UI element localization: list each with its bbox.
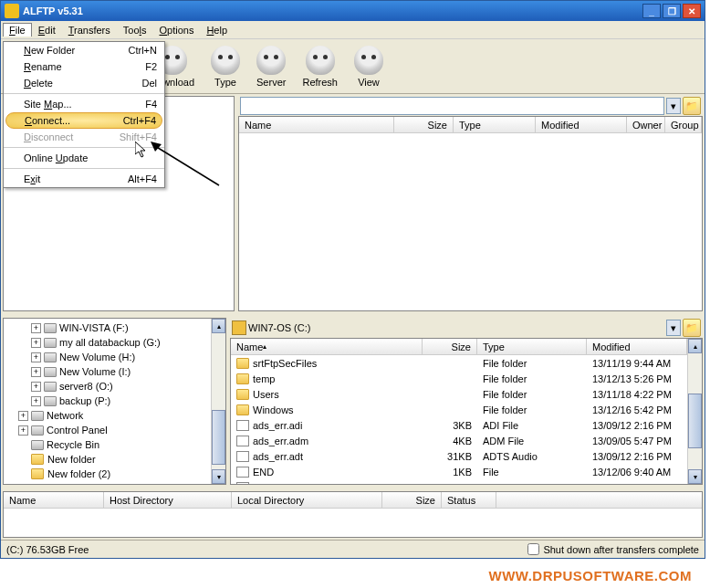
tree-expander[interactable]: + [31,367,41,377]
drv-icon [44,367,57,377]
column-status[interactable]: Status [442,492,496,508]
cpl-icon [31,425,44,436]
list-item[interactable]: ads_err.adi3KBADI File13/09/12 2:16 PM [231,417,687,433]
menu-file[interactable]: File New FolderCtrl+NRenameF2DeleteDelSi… [3,23,32,37]
transfer-queue[interactable]: NameHost DirectoryLocal DirectorySizeSta… [3,491,703,538]
list-item[interactable]: ndsvc.log25KBText Document13/12/17 9:43 … [231,479,687,484]
column-size[interactable]: Size [423,339,477,354]
tree-expander[interactable]: + [18,411,28,421]
toolbar-view[interactable]: View [354,46,383,88]
menu-item-exit[interactable]: ExitAlt+F4 [4,168,164,187]
tree-expander[interactable]: + [31,338,41,348]
column-hostdirectory[interactable]: Host Directory [104,492,232,508]
tree-item[interactable]: ftpserver3demo.zip [5,481,209,484]
local-up-button[interactable]: 📁 [683,319,701,337]
remote-address-bar: ▾ 📁 [238,96,703,116]
remote-path-combo[interactable] [240,97,664,115]
menu-bar: File New FolderCtrl+NRenameF2DeleteDelSi… [1,21,705,39]
column-size[interactable]: Size [382,492,442,508]
list-item[interactable]: END1KBFile13/12/06 9:40 AM [231,464,687,479]
column-name[interactable]: Name ▴ [231,339,423,354]
list-item[interactable]: ads_err.adm4KBADM File13/09/05 5:47 PM [231,433,687,448]
column-localdirectory[interactable]: Local Directory [232,492,382,508]
menu-item-newfolder[interactable]: New FolderCtrl+N [4,42,164,58]
restore-button[interactable]: ❐ [663,4,681,18]
remote-up-button[interactable]: 📁 [683,97,701,115]
toolbar-icon [306,46,335,75]
tree-item[interactable]: +server8 (O:) [5,379,209,394]
column-group[interactable]: Group [665,117,702,132]
list-item[interactable]: ads_err.adt31KBADTS Audio13/09/12 2:16 P… [231,448,687,464]
column-name[interactable]: Name [4,492,104,508]
scroll-up-button[interactable]: ▴ [688,339,702,353]
scroll-thumb[interactable] [688,394,702,448]
drv-icon [44,396,57,406]
tree-item[interactable]: New folder (2) [5,467,209,481]
folder-icon [236,389,249,400]
tree-item[interactable]: +WIN-VISTA (F:) [5,320,209,335]
remote-path-dropdown[interactable]: ▾ [666,98,681,114]
tree-expander[interactable]: + [31,323,41,333]
tree-item[interactable]: +New Volume (H:) [5,350,209,364]
tree-expander[interactable]: + [18,425,28,436]
list-item[interactable]: WindowsFile folder13/12/16 5:42 PM [231,402,687,417]
title-bar[interactable]: ALFTP v5.31 _ ❐ ✕ [1,1,705,21]
tree-item[interactable]: Recycle Bin [5,437,209,452]
tree-expander[interactable]: + [31,382,41,392]
list-item[interactable]: tempFile folder13/12/13 5:26 PM [231,371,687,386]
menu-item-rename[interactable]: RenameF2 [4,58,164,75]
menu-tools[interactable]: Tools [117,23,153,37]
status-bar: (C:) 76.53GB Free Shut down after transf… [1,540,705,558]
toolbar-refresh[interactable]: Refresh [302,46,338,88]
remote-file-list[interactable]: NameSizeTypeModifiedOwnerGroup [238,116,703,311]
column-type[interactable]: Type [454,117,536,132]
column-size[interactable]: Size [394,117,454,132]
local-path-dropdown[interactable]: ▾ [666,320,681,336]
minimize-button[interactable]: _ [642,4,661,18]
tree-item[interactable]: New folder [5,452,209,467]
menu-help[interactable]: Help [200,23,234,37]
list-item[interactable]: srtFtpSecFilesFile folder13/11/19 9:44 A… [231,355,687,371]
column-type[interactable]: Type [477,339,587,354]
tree-scrollbar[interactable]: ▴ ▾ [211,319,225,484]
menu-item-connect[interactable]: Connect...Ctrl+F4 [5,112,162,129]
tree-item[interactable]: +my all databackup (G:) [5,335,209,350]
tree-item[interactable]: +New Volume (I:) [5,364,209,379]
shutdown-check-input[interactable] [527,543,539,555]
column-modified[interactable]: Modified [536,117,627,132]
drv-icon [44,352,57,362]
file-icon [236,467,249,478]
tree-expander[interactable]: + [31,352,41,362]
app-icon [5,4,19,18]
tree-item[interactable]: +backup (P:) [5,394,209,408]
scroll-thumb[interactable] [212,410,225,465]
file-icon [236,451,249,462]
menu-transfers[interactable]: Transfers [62,23,117,37]
local-file-list[interactable]: Name ▴SizeTypeModified srtFtpSecFilesFil… [230,338,703,485]
menu-item-sitemap[interactable]: Site Map...F4 [4,93,164,112]
scroll-down-button[interactable]: ▾ [688,469,702,484]
scroll-down-button[interactable]: ▾ [212,469,225,484]
status-free-space: (C:) 76.53GB Free [6,544,527,555]
local-tree-pane[interactable]: +WIN-VISTA (F:)+my all databackup (G:)+N… [3,318,226,485]
tree-item[interactable]: +Control Panel [5,423,209,437]
toolbar-server[interactable]: Server [256,46,286,88]
mouse-cursor-icon [135,142,150,160]
menu-item-delete[interactable]: DeleteDel [4,75,164,91]
local-path: WIN7-OS (C:) [248,322,664,333]
shutdown-checkbox[interactable]: Shut down after transfers complete [527,543,699,555]
file-icon [236,482,249,485]
menu-options[interactable]: Options [152,23,200,37]
list-item[interactable]: UsersFile folder13/11/18 4:22 PM [231,386,687,402]
scroll-up-button[interactable]: ▴ [212,319,225,333]
close-button[interactable]: ✕ [683,4,701,18]
column-name[interactable]: Name [239,117,394,132]
column-modified[interactable]: Modified [587,339,687,354]
tree-expander[interactable]: + [31,396,41,406]
tree-item[interactable]: +Network [5,408,209,423]
menu-edit[interactable]: Edit [32,23,62,37]
local-scrollbar[interactable]: ▴ ▾ [687,339,702,484]
svg-line-0 [155,146,219,185]
toolbar-type[interactable]: Type [211,46,240,88]
column-owner[interactable]: Owner [627,117,665,132]
